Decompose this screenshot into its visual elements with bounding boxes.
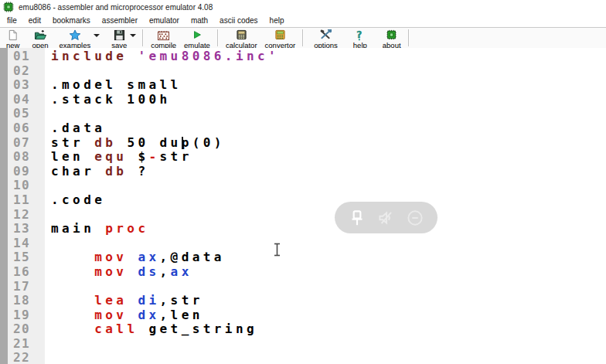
line-number: 06 [0, 121, 43, 136]
play-icon [192, 29, 203, 40]
toolbar-separator [217, 29, 219, 46]
line-number: 02 [0, 64, 43, 79]
code-line[interactable]: 04.stack 100h [0, 93, 606, 107]
help-button[interactable]: ? help [350, 29, 370, 49]
code-line[interactable]: 02 [0, 64, 606, 79]
menu-item-ascii-codes[interactable]: ascii codes [215, 15, 262, 26]
line-number: 20 [0, 322, 43, 337]
code-line[interactable]: 15 mov ax,@data [0, 250, 606, 265]
code-line[interactable]: 10 [0, 179, 606, 193]
convertor-button[interactable]: convertor [262, 29, 299, 49]
floating-control-pill [335, 202, 437, 233]
about-button[interactable]: about [380, 29, 404, 49]
code-line[interactable]: 06.data [0, 121, 606, 136]
code-text: main proc [51, 222, 148, 236]
convertor-icon [274, 29, 286, 40]
line-number: 21 [0, 337, 43, 352]
code-line[interactable]: 09char db ? [0, 165, 606, 179]
pin-icon[interactable] [347, 208, 367, 228]
line-number: 19 [0, 308, 43, 323]
code-text: char db ? [51, 165, 149, 179]
code-lines: 01include 'emu8086.inc'0203.model small0… [0, 49, 606, 364]
save-dropdown-icon[interactable] [130, 34, 136, 37]
open-folder-icon [34, 29, 47, 40]
line-number: 13 [0, 222, 43, 236]
menu-item-emulator[interactable]: emulator [145, 15, 184, 26]
menu-item-bookmarks[interactable]: bookmarks [48, 15, 95, 26]
examples-button[interactable]: examples [56, 29, 94, 49]
code-text: .code [51, 193, 105, 208]
line-number: 17 [0, 280, 43, 294]
svg-text:?: ? [357, 29, 363, 40]
line-number: 03 [0, 78, 43, 93]
code-line[interactable]: 20 call get_string [0, 322, 606, 337]
title-bar: emu8086 - assembler and microprocessor e… [0, 0, 606, 14]
options-button[interactable]: options [311, 29, 341, 49]
code-text: mov ds,ax [51, 265, 192, 280]
window-title: emu8086 - assembler and microprocessor e… [19, 3, 213, 12]
code-text: mov ax,@data [51, 250, 225, 265]
menu-item-help[interactable]: help [265, 15, 289, 26]
menu-item-math[interactable]: math [186, 15, 213, 26]
line-number: 08 [0, 150, 43, 165]
code-line[interactable]: 07str db 50 dup(0) [0, 136, 606, 151]
tools-icon [319, 29, 332, 40]
line-number: 22 [0, 351, 43, 364]
code-line[interactable]: 01include 'emu8086.inc' [0, 49, 606, 64]
line-number: 10 [0, 179, 43, 193]
code-text: .data [51, 121, 105, 136]
code-line[interactable]: 22 [0, 351, 606, 364]
code-line[interactable]: 16 mov ds,ax [0, 265, 606, 280]
chip-icon [3, 2, 14, 12]
calculator-icon [236, 29, 247, 40]
code-line[interactable]: 21 [0, 337, 606, 352]
line-number: 01 [0, 49, 43, 64]
calculator-button[interactable]: calculator [223, 29, 260, 49]
chip-icon [386, 29, 397, 40]
toolbar-separator [142, 29, 144, 46]
line-number: 15 [0, 250, 43, 265]
code-text: mov dx,len [51, 308, 203, 323]
save-button[interactable]: save [108, 29, 130, 49]
code-text: lea di,str [51, 294, 203, 308]
examples-dropdown-icon[interactable] [94, 34, 100, 37]
code-text: .stack 100h [51, 93, 171, 107]
line-number: 18 [0, 294, 43, 308]
code-text: len equ $-str [51, 150, 192, 165]
minus-circle-icon[interactable] [405, 208, 425, 228]
code-line[interactable]: 13main proc [0, 222, 606, 236]
menu-item-assembler[interactable]: assembler [97, 15, 142, 26]
emulate-button[interactable]: emulate [181, 29, 213, 49]
line-number: 07 [0, 136, 43, 151]
code-text: .model small [51, 78, 182, 93]
speaker-muted-icon[interactable] [376, 208, 396, 228]
code-line[interactable]: 11.code [0, 193, 606, 208]
code-editor[interactable]: 01include 'emu8086.inc'0203.model small0… [0, 48, 606, 364]
menu-bar: file edit bookmarks assembler emulator m… [0, 14, 606, 28]
question-icon: ? [355, 29, 365, 40]
code-text: str db 50 dup(0) [51, 136, 225, 151]
code-text: include 'emu8086.inc' [51, 49, 279, 64]
ibeam-cursor [273, 243, 281, 257]
menu-item-edit[interactable]: edit [24, 15, 46, 26]
line-number: 11 [0, 193, 43, 208]
code-line[interactable]: 03.model small [0, 78, 606, 93]
line-number: 04 [0, 93, 43, 107]
new-page-icon [7, 29, 19, 40]
code-line[interactable]: 12 [0, 208, 606, 223]
new-button[interactable]: new [3, 29, 22, 49]
open-button[interactable]: open [29, 29, 51, 49]
toolbar-separator [408, 29, 410, 46]
line-number: 14 [0, 236, 43, 251]
code-line[interactable]: 14 [0, 236, 606, 251]
code-line[interactable]: 19 mov dx,len [0, 308, 606, 323]
menu-item-file[interactable]: file [2, 15, 22, 26]
code-line[interactable]: 05 [0, 107, 606, 121]
text-caret [182, 137, 183, 149]
code-line[interactable]: 18 lea di,str [0, 294, 606, 308]
code-text: call get_string [51, 322, 257, 337]
code-line[interactable]: 17 [0, 280, 606, 294]
compile-button[interactable]: compile [148, 29, 179, 49]
code-line[interactable]: 08len equ $-str [0, 150, 606, 165]
abacus-icon [157, 29, 170, 40]
